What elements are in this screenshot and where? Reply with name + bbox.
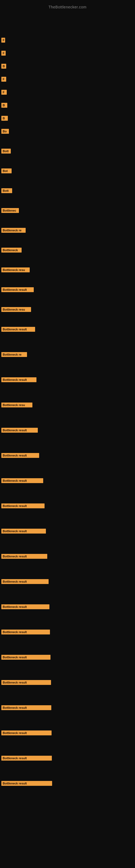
bar-row: Bottleneck result [0,609,135,634]
bottleneck-result-bar: Bottleneck result [1,579,49,584]
bottleneck-result-bar: Bo [1,129,9,134]
bar-row: Bott [0,173,135,193]
bar-row: F [0,30,135,42]
bar-row: Bottleneck result [0,533,135,559]
main-container: TheBottlenecker.com FFBFFBBBoBottBotBott… [0,0,135,868]
bar-row: Bottleneck result [0,312,135,332]
bar-row: Bottleneck [0,233,135,252]
bar-row: Bottleneck resu [0,292,135,312]
bottleneck-result-bar: B [1,116,8,121]
bar-row: Bottleneck result [0,761,135,786]
bottleneck-result-bar: Bottleneck result [1,604,49,609]
bottleneck-result-bar: Bottleneck result [1,453,39,458]
bottleneck-result-bar: Bottlenec [1,208,19,213]
bar-row: Bottleneck result [0,660,135,685]
bar-row: Bottleneck result [0,710,135,735]
bottleneck-result-bar: Bottleneck result [1,781,52,786]
bar-row: Bott [0,134,135,154]
bottleneck-result-bar: Bottleneck result [1,428,38,433]
bottleneck-result-bar: Bottleneck result [1,680,51,685]
bars-container: FFBFFBBBoBottBotBottBottlenecBottleneck … [0,13,135,786]
bar-row: Bottleneck result [0,584,135,609]
bar-row: F [0,42,135,56]
bar-row: Bottleneck result [0,458,135,483]
bottleneck-result-bar: Bottleneck result [1,705,51,710]
bottleneck-result-bar: Bottleneck result [1,529,46,533]
bar-row: Bottleneck resu [0,382,135,407]
site-title: TheBottlenecker.com [0,3,135,13]
bar-row: Bot [0,154,135,173]
bottleneck-result-bar: Bottleneck result [1,478,43,483]
bottleneck-result-bar: Bottleneck result [1,287,34,292]
bottleneck-result-bar: Bottleneck resu [1,268,30,272]
bar-row: Bottleneck result [0,433,135,458]
bottleneck-result-bar: F [1,51,6,56]
bar-row: Bottleneck result [0,483,135,508]
bar-row: Bottleneck result [0,272,135,292]
bar-row: Bottleneck result [0,685,135,710]
bar-row: Bottleneck result [0,508,135,533]
bottleneck-result-bar: Bottleneck resu [1,403,32,407]
bar-row: Bottleneck resu [0,252,135,272]
bar-row: Bottleneck result [0,357,135,382]
bottleneck-result-bar: Bottleneck [1,248,21,252]
bar-row: Bottlenec [0,193,135,213]
bottleneck-result-bar: Bottleneck re [1,228,26,233]
bottleneck-result-bar: F [1,38,5,42]
bar-row: Bottleneck result [0,634,135,660]
bar-row: B [0,108,135,121]
bar-row: Bottleneck re [0,213,135,233]
bottleneck-result-bar: Bott [1,149,11,154]
bar-row: F [0,69,135,82]
bottleneck-result-bar: Bottleneck result [1,554,47,559]
bottleneck-result-bar: Bottleneck result [1,756,52,761]
bar-row: Bo [0,121,135,134]
bar-row [0,22,135,30]
bar-row: Bottleneck re [0,332,135,357]
bar-row: Bottleneck result [0,407,135,433]
bottleneck-result-bar: F [1,90,7,95]
bar-row [0,13,135,22]
bar-row: Bottleneck result [0,559,135,584]
bottleneck-result-bar: Bottleneck result [1,377,37,382]
bottleneck-result-bar: Bot [1,168,12,173]
bottleneck-result-bar: Bott [1,188,12,193]
bottleneck-result-bar: Bottleneck re [1,352,27,357]
bottleneck-result-bar: Bottleneck resu [1,307,31,312]
bottleneck-result-bar: Bottleneck result [1,655,50,660]
bottleneck-result-bar: B [1,103,7,108]
bottleneck-result-bar: Bottleneck result [1,503,45,508]
bottleneck-result-bar: B [1,64,6,69]
bottleneck-result-bar: Bottleneck result [1,629,50,634]
bottleneck-result-bar: F [1,77,6,82]
bar-row: B [0,95,135,108]
bar-row: B [0,56,135,69]
bottleneck-result-bar: Bottleneck result [1,327,35,332]
bar-row: Bottleneck result [0,735,135,761]
bottleneck-result-bar: Bottleneck result [1,731,52,735]
bar-row: F [0,82,135,95]
